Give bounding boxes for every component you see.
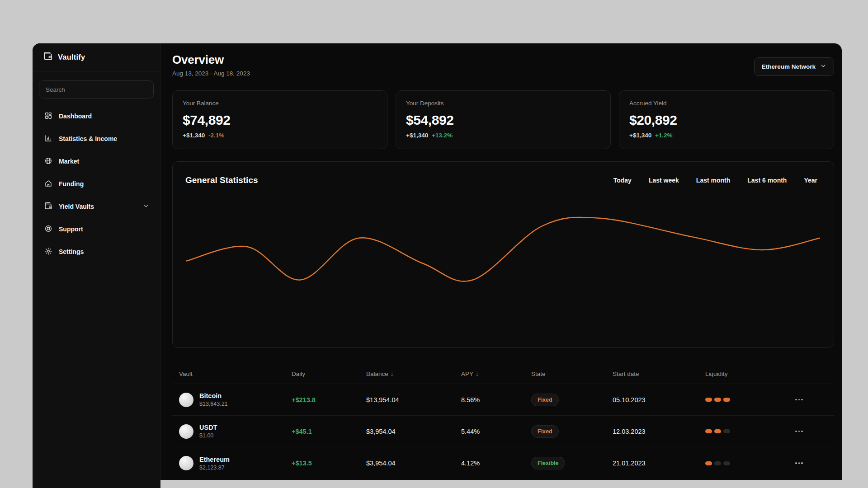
state-badge: Flexible <box>531 457 565 469</box>
panel-title: General Statistics <box>185 175 258 185</box>
row-actions-button[interactable] <box>793 396 805 404</box>
start-date-value: 21.01.2023 <box>613 460 705 467</box>
card-label: Your Balance <box>183 100 377 107</box>
sidebar-item-label: Settings <box>59 248 84 255</box>
daily-value: +$13.5 <box>292 460 366 467</box>
card-value: $54,892 <box>406 113 600 128</box>
coin-price: $2,123.87 <box>199 465 230 471</box>
sidebar-item-market[interactable]: Market <box>33 150 160 173</box>
time-filters: Today Last week Last month Last 6 month … <box>613 177 817 184</box>
column-daily: Daily <box>292 371 366 377</box>
table-header: Vault Daily Balance↓ APY↓ State Start da… <box>172 364 834 384</box>
stat-cards: Your Balance $74,892 +$1,340 -2.1% Your … <box>172 90 834 149</box>
table-row-usdt[interactable]: USDT $1.00 +$45.1 $3,954.04 5.44% Fixed … <box>172 416 834 447</box>
filter-last-week[interactable]: Last week <box>649 177 679 184</box>
vaults-table: Vault Daily Balance↓ APY↓ State Start da… <box>172 364 834 479</box>
balance-card: Your Balance $74,892 +$1,340 -2.1% <box>172 90 387 149</box>
column-liquidity: Liquidity <box>705 371 793 377</box>
card-delta: +$1,340 +13.2% <box>406 132 600 139</box>
filter-today[interactable]: Today <box>613 177 632 184</box>
sidebar-nav: Dashboard Statistics & Income Market <box>33 105 160 263</box>
balance-value: $3,954.04 <box>366 460 461 467</box>
coin-price: $13,643.21 <box>199 401 228 407</box>
sidebar-item-yield-vaults[interactable]: Yield Vaults <box>33 195 160 218</box>
apy-value: 4.12% <box>461 460 531 467</box>
network-selector-button[interactable]: Ethereum Network <box>754 57 834 76</box>
sidebar-item-label: Funding <box>59 180 84 188</box>
filter-year[interactable]: Year <box>804 177 817 184</box>
sort-down-icon: ↓ <box>476 371 479 377</box>
sidebar-item-label: Market <box>59 158 79 165</box>
apy-value: 8.56% <box>461 396 531 404</box>
column-state: State <box>531 371 613 377</box>
life-ring-icon <box>44 225 52 234</box>
wallet-logo-icon <box>43 52 53 63</box>
card-percent: +13.2% <box>432 132 453 139</box>
page-bottom-gap <box>160 480 842 488</box>
app-window: Vaultify Dashboard <box>33 43 842 488</box>
sidebar-item-funding[interactable]: Funding <box>33 173 160 195</box>
sidebar-item-label: Statistics & Income <box>59 135 117 142</box>
start-date-value: 12.03.2023 <box>613 428 705 435</box>
coin-price: $1.00 <box>199 432 217 439</box>
card-value: $20,892 <box>629 113 824 128</box>
line-chart <box>186 215 820 294</box>
table-row-ethereum[interactable]: Ethereum $2,123.87 +$13.5 $3,954.04 4.12… <box>172 447 834 479</box>
gear-icon <box>44 247 52 257</box>
sidebar-item-label: Yield Vaults <box>59 203 94 210</box>
home-icon <box>44 179 52 189</box>
apy-value: 5.44% <box>461 428 531 435</box>
card-delta: +$1,340 +1.2% <box>629 132 824 139</box>
ellipsis-icon <box>795 462 803 464</box>
deposits-card: Your Deposits $54,892 +$1,340 +13.2% <box>396 90 611 149</box>
chart-line <box>186 217 820 282</box>
daily-value: +$45.1 <box>292 428 366 435</box>
coin-name: Ethereum <box>199 456 230 463</box>
chevron-down-icon <box>820 63 826 70</box>
column-balance[interactable]: Balance↓ <box>366 371 461 377</box>
card-delta: +$1,340 -2.1% <box>183 132 377 139</box>
sort-down-icon: ↓ <box>391 371 394 377</box>
app-title: Vaultify <box>58 53 85 61</box>
daily-value: +$213.8 <box>292 396 366 404</box>
row-actions-button[interactable] <box>793 428 805 435</box>
network-selector-label: Ethereum Network <box>762 63 816 70</box>
page-title: Overview <box>172 53 834 67</box>
date-range: Aug 13, 2023 - Aug 18, 2023 <box>172 70 834 77</box>
sidebar-item-statistics-income[interactable]: Statistics & Income <box>33 127 160 150</box>
ellipsis-icon <box>795 431 803 432</box>
state-badge: Fixed <box>531 394 559 406</box>
state-badge: Fixed <box>531 425 559 438</box>
dashboard-icon <box>44 112 52 121</box>
sidebar: Vaultify Dashboard <box>33 43 160 488</box>
balance-value: $3,954.04 <box>366 428 461 435</box>
sidebar-item-support[interactable]: Support <box>33 218 160 240</box>
wallet-icon <box>44 202 52 211</box>
sidebar-item-label: Support <box>59 225 83 233</box>
sidebar-item-label: Dashboard <box>59 113 92 120</box>
coin-avatar <box>179 456 193 470</box>
liquidity-indicator <box>705 429 793 433</box>
chevron-down-icon <box>143 203 149 211</box>
liquidity-indicator <box>705 398 793 402</box>
logo: Vaultify <box>33 43 160 71</box>
table-row-bitcoin[interactable]: Bitcoin $13,643.21 +$213.8 $13,954.04 8.… <box>172 384 834 416</box>
sidebar-item-dashboard[interactable]: Dashboard <box>33 105 160 127</box>
main-content: Overview Aug 13, 2023 - Aug 18, 2023 Eth… <box>160 43 842 488</box>
filter-last-6-month[interactable]: Last 6 month <box>747 177 787 184</box>
coin-avatar <box>179 424 193 439</box>
card-label: Accrued Yield <box>629 100 824 107</box>
card-value: $74,892 <box>183 113 377 128</box>
accrued-yield-card: Accrued Yield $20,892 +$1,340 +1.2% <box>619 90 834 149</box>
column-apy[interactable]: APY↓ <box>461 371 531 377</box>
start-date-value: 05.10.2023 <box>613 396 705 404</box>
column-start-date: Start date <box>613 371 705 377</box>
sidebar-item-settings[interactable]: Settings <box>33 240 160 263</box>
liquidity-indicator <box>705 461 793 465</box>
column-vault: Vault <box>172 371 292 377</box>
search-input[interactable] <box>39 80 154 99</box>
balance-value: $13,954.04 <box>366 396 461 404</box>
general-statistics-panel: General Statistics Today Last week Last … <box>172 161 834 348</box>
row-actions-button[interactable] <box>793 460 805 467</box>
filter-last-month[interactable]: Last month <box>696 177 730 184</box>
